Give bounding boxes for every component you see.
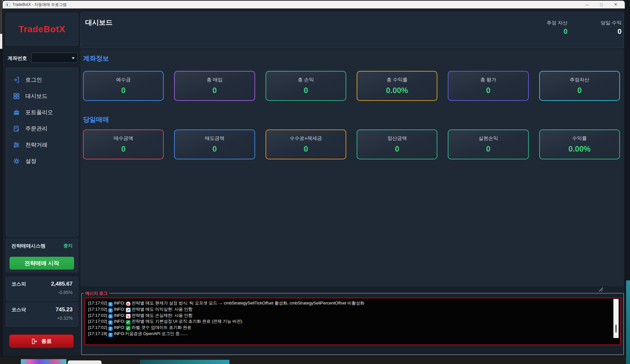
- sidebar-item-dashboard[interactable]: 대시보드: [6, 88, 78, 104]
- dashboard-icon: [13, 92, 20, 100]
- card-value: 0.00%: [568, 144, 591, 154]
- card-label: 총 매입: [207, 77, 223, 83]
- log-text: 키움증권 OpenAPI 로그인 중.......: [125, 331, 188, 336]
- sidebar-item-label: 포트폴리오: [25, 109, 53, 116]
- stat-card: 총 평가 0: [448, 71, 528, 101]
- log-entry: [17:17:02]iINFO:↗전략별 매도 이익실현: 사용 안함: [88, 306, 610, 313]
- index-change: +0.32%: [11, 316, 73, 321]
- exit-button[interactable]: 종료: [9, 334, 74, 348]
- stat-card: 추정자산 0: [539, 71, 620, 101]
- index-name: 코스닥: [11, 307, 26, 313]
- card-label: 총 수익률: [387, 77, 407, 83]
- card-label: 매도금액: [205, 135, 224, 142]
- exit-door-icon: [31, 338, 37, 344]
- stat-value: 0: [512, 27, 568, 36]
- card-label: 매수금액: [114, 135, 133, 142]
- minimize-icon[interactable]: [580, 1, 594, 8]
- info-icon: i: [108, 314, 113, 318]
- index-value: 2,485.67: [51, 281, 73, 287]
- settings-icon: [13, 157, 20, 165]
- logo-panel: TradeBotX: [6, 13, 78, 46]
- close-icon[interactable]: [609, 1, 623, 8]
- section-title-account-info: 계좌정보: [83, 54, 109, 63]
- log-text: 전략별 매도 손실제한: 사용 안함: [132, 313, 193, 318]
- login-icon: [13, 76, 20, 83]
- dashboard-content: 계좌정보 예수금 0 총 매입 0 총 손익 0 총 수익률 0.00% 총 평…: [80, 49, 624, 286]
- chevron-down-icon: [72, 57, 75, 59]
- maximize-icon[interactable]: [594, 1, 609, 8]
- card-label: 정산금액: [387, 135, 407, 142]
- window-title: TradeBotX - 자동매매 프로그램: [12, 2, 67, 7]
- log-text: 라벨 갯수 업데이트 초기화 완료: [132, 325, 191, 330]
- card-value: 0: [577, 86, 582, 95]
- log-scrollbar-thumb[interactable]: [615, 325, 617, 332]
- card-value: 0.00%: [386, 86, 408, 95]
- resize-grip[interactable]: [599, 288, 603, 291]
- stat-card: 매도금액 0: [174, 129, 255, 159]
- target-icon: ◎: [126, 302, 130, 306]
- desktop-window-fragment: [140, 360, 229, 364]
- chart-up-icon: ↗: [126, 308, 130, 312]
- sidebar-item-settings[interactable]: 설정: [6, 153, 78, 169]
- strategy-system-label: 전략매매시스템: [11, 243, 46, 249]
- stat-label: 추정 자산: [512, 20, 568, 26]
- stat-label: 당일 수익: [566, 20, 622, 26]
- app-logo-icon: [6, 3, 10, 7]
- orders-icon: [13, 125, 20, 132]
- card-label: 수익률: [572, 135, 587, 142]
- log-text: 전략별 매도 기본설정 UI 로직 초기화 완료 (전체 기능 버전): [132, 319, 242, 324]
- check-icon: ✓: [126, 326, 130, 330]
- info-icon: i: [108, 327, 113, 331]
- daily-trading-cards: 매수금액 0 매도금액 0 수수료+제세금 0 정산금액 0 실현손익 0 수익…: [83, 129, 620, 159]
- sidebar-item-label: 전략거래: [25, 141, 48, 149]
- background-window-fragment: [0, 0, 3, 34]
- stat-card: 실현손익 0: [448, 129, 528, 159]
- message-log-group: 메시지 로그 [17:17:02]iINFO:◎전략별 매도 현재가 설정 방식…: [81, 293, 624, 355]
- check-icon: ✓: [126, 320, 130, 325]
- log-text: 전략별 매도 이익실현: 사용 안함: [132, 307, 193, 312]
- info-icon: i: [108, 333, 113, 337]
- account-number-label: 계좌번호: [7, 55, 27, 61]
- log-entry: [17:17:02]iINFO:✓라벨 갯수 업데이트 초기화 완료: [88, 325, 610, 331]
- log-scrollbar[interactable]: [613, 299, 619, 338]
- stat-card: 매수금액 0: [83, 129, 164, 159]
- titlebar: TradeBotX - 자동매매 프로그램: [3, 1, 625, 8]
- stat-card: 수수료+제세금 0: [266, 129, 346, 159]
- strategy-icon: [13, 141, 20, 148]
- desktop-colorful-fragment: [21, 359, 66, 364]
- strategy-status-badge: 중지: [63, 243, 73, 249]
- stat-card: 총 손익 0: [266, 71, 346, 101]
- sidebar-item-portfolio[interactable]: 포트폴리오: [6, 104, 78, 120]
- sidebar-item-orders[interactable]: 주문관리: [6, 120, 78, 137]
- sidebar-item-label: 설정: [25, 157, 36, 165]
- section-title-daily-trading: 당일매매: [83, 115, 109, 124]
- kospi-panel: 코스피 2,485.67 -0.85%: [6, 277, 78, 301]
- sidebar-item-label: 로그인: [25, 76, 42, 84]
- card-value: 0: [486, 86, 490, 95]
- exit-button-label: 종료: [41, 338, 52, 345]
- stat-card: 예수금 0: [83, 71, 164, 101]
- stat-card: 수익률 0.00%: [539, 129, 620, 159]
- info-icon: i: [108, 302, 113, 306]
- sidebar-item-strategy[interactable]: 전략거래: [6, 137, 78, 153]
- card-label: 실현손익: [478, 135, 498, 142]
- sidebar-item-login[interactable]: 로그인: [6, 72, 78, 88]
- stat-card: 총 수익률 0.00%: [357, 71, 437, 101]
- desktop-window-fragment: [68, 360, 102, 364]
- card-value: 0: [304, 144, 308, 154]
- account-info-cards: 예수금 0 총 매입 0 총 손익 0 총 수익률 0.00% 총 평가 0 추…: [83, 71, 620, 101]
- account-number-select[interactable]: [31, 53, 77, 63]
- kosdaq-panel: 코스닥 745.23 +0.32%: [6, 303, 78, 327]
- card-label: 예수금: [116, 77, 131, 83]
- log-entry: [17:17:02]iINFO:◎전략별 매도 현재가 설정 방식: 틱 오프셋…: [88, 300, 610, 306]
- log-entry: [17:17:19]iINFO:키움증권 OpenAPI 로그인 중......…: [88, 331, 610, 337]
- app-logo-text: TradeBotX: [19, 24, 65, 34]
- info-icon: i: [108, 308, 113, 313]
- index-change: -0.85%: [11, 290, 73, 295]
- stat-card: 총 매입 0: [174, 71, 255, 101]
- chart-down-icon: ↘: [126, 314, 130, 318]
- portfolio-icon: [13, 109, 20, 116]
- log-text: 전략별 매도 현재가 설정 방식: 틱 오프셋 모드 → cmbStrategy…: [132, 301, 364, 305]
- message-log-box: [17:17:02]iINFO:◎전략별 매도 현재가 설정 방식: 틱 오프셋…: [84, 298, 621, 345]
- start-strategy-button[interactable]: 전략매매 시작: [9, 257, 74, 270]
